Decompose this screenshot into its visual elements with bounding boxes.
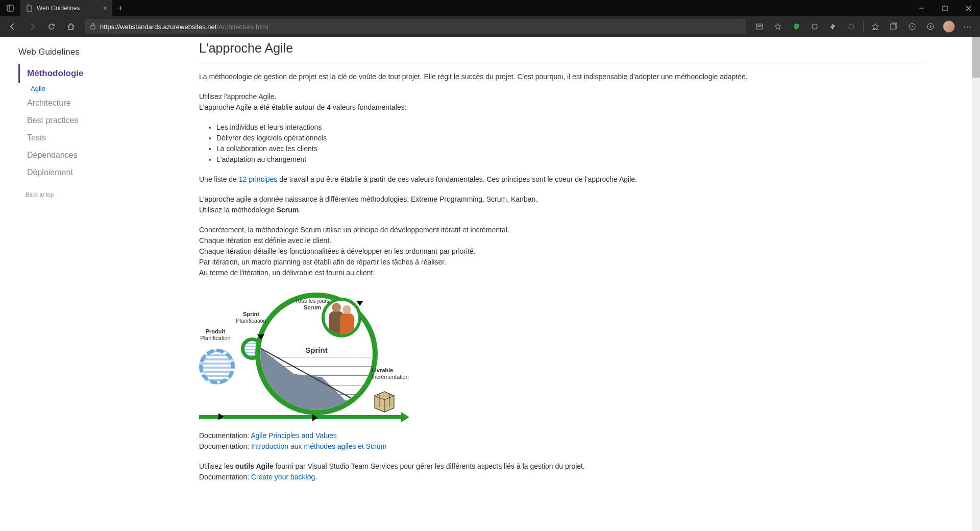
principles-link[interactable]: 12 principes: [239, 175, 278, 183]
close-tab-icon[interactable]: ×: [103, 4, 107, 12]
home-button[interactable]: [62, 18, 80, 35]
list-item: Les individus et leurs interactions: [216, 122, 924, 133]
nav-sub-agile[interactable]: Agile: [18, 83, 143, 94]
sprint-center-label: Sprint: [305, 346, 327, 354]
intro-text: La méthodologie de gestion de projet est…: [199, 71, 924, 82]
lock-icon: [90, 22, 96, 31]
product-backlog-circle: [199, 349, 235, 384]
doc-line-2: Documentation: Introduction aux méthodes…: [199, 441, 924, 452]
doc-link-3[interactable]: Create your backlog.: [251, 473, 317, 481]
doc-line-1: Documentation: Agile Principles and Valu…: [199, 430, 924, 441]
new-tab-button[interactable]: +: [112, 4, 129, 13]
nav-architecture[interactable]: Architecture: [18, 94, 143, 112]
outils-text: Utilisez les outils Agile fourni par Vis…: [199, 461, 924, 472]
url-text: https://webstandards.azurewebsites.net/A…: [100, 23, 268, 31]
sprint-plan-label: SprintPlanification: [236, 311, 266, 324]
window-controls: [910, 0, 980, 16]
ext-icon-1[interactable]: [806, 18, 823, 35]
favorite-icon[interactable]: [769, 18, 787, 35]
nav-methodologie[interactable]: Méthodologie: [18, 64, 143, 83]
svg-point-10: [812, 24, 817, 29]
ext-icon-3[interactable]: [843, 18, 860, 35]
scrum-diagram: Sprint Tous les joursScrum SprintPlanifi…: [199, 287, 408, 420]
scrollbar[interactable]: [972, 37, 980, 531]
nav-tests[interactable]: Tests: [18, 129, 143, 147]
profile-button[interactable]: [940, 18, 958, 35]
tab-bar: Web Guidelines × +: [0, 0, 980, 16]
minimize-button[interactable]: [910, 0, 933, 16]
sidebar: Web Guidelines Méthodologie Agile Archit…: [0, 37, 143, 531]
favorites-bar-icon[interactable]: [867, 18, 884, 35]
product-plan-label: ProduitPlanification: [200, 328, 231, 342]
sidebar-title: Web Guidelines: [18, 47, 143, 57]
page-title: L'approche Agile: [199, 41, 924, 56]
list-item: Délivrer des logiciels opérationnels: [216, 133, 924, 143]
list-item: La collaboration avec les clients: [216, 143, 924, 154]
address-bar[interactable]: https://webstandards.azurewebsites.net/A…: [85, 19, 746, 34]
values-list: Les individus et leurs interactions Déli…: [216, 122, 924, 165]
refresh-button[interactable]: [43, 18, 60, 35]
scrollbar-thumb[interactable]: [972, 37, 980, 78]
svg-rect-0: [7, 5, 13, 11]
maximize-button[interactable]: [933, 0, 957, 16]
forward-button[interactable]: [23, 18, 41, 35]
browser-toolbar: https://webstandards.azurewebsites.net/A…: [0, 16, 980, 37]
back-button[interactable]: [4, 18, 21, 35]
browser-chrome: Web Guidelines × + https://webstandards.…: [0, 0, 980, 37]
daily-label: Tous les joursScrum: [292, 298, 333, 311]
deliverable-label: LivrableIncrémentation: [372, 367, 412, 380]
doc-line-3: Documentation: Create your backlog.: [199, 472, 924, 482]
nav-deploiement[interactable]: Déploiement: [18, 164, 143, 181]
menu-button[interactable]: ⋯: [959, 18, 976, 35]
deliverable-box-icon: [371, 389, 398, 413]
tab-actions-icon[interactable]: [0, 5, 20, 12]
svg-rect-6: [91, 26, 95, 29]
nav-best-practices[interactable]: Best practices: [18, 112, 143, 129]
avatar: [943, 20, 955, 33]
close-window-button[interactable]: [957, 0, 980, 16]
collections-icon[interactable]: [885, 18, 902, 35]
svg-point-11: [849, 24, 854, 29]
svg-rect-3: [943, 6, 947, 11]
list-item: L'adaptation au changement: [216, 154, 924, 165]
reader-icon[interactable]: [751, 18, 768, 35]
history-icon[interactable]: [903, 18, 921, 35]
back-to-top-link[interactable]: Back to top: [18, 191, 143, 198]
nav-dependances[interactable]: Dépendances: [18, 147, 143, 164]
divider: [199, 62, 924, 62]
shield-icon[interactable]: [788, 18, 805, 35]
doc-link-1[interactable]: Agile Principles and Values: [251, 431, 337, 440]
svg-rect-13: [891, 24, 896, 29]
principles-text: Une liste de 12 principes de travail a p…: [199, 174, 924, 185]
agile-values-intro: Utilisez l'approche Agile. L'approche Ag…: [199, 91, 924, 113]
main-content: L'approche Agile La méthodologie de gest…: [143, 37, 980, 531]
methodologies-text: L'approche agile a donnée naissance à di…: [199, 194, 924, 215]
tab-title: Web Guidelines: [37, 5, 80, 12]
toolbar-right: ⋯: [751, 18, 976, 35]
separator: [863, 21, 864, 32]
downloads-icon[interactable]: [922, 18, 939, 35]
page: Web Guidelines Méthodologie Agile Archit…: [0, 37, 980, 531]
ext-icon-2[interactable]: [824, 18, 842, 35]
page-icon: [26, 5, 33, 12]
browser-tab[interactable]: Web Guidelines ×: [20, 0, 112, 16]
scrum-description: Concrètement, la méthodologie Scrum util…: [199, 225, 924, 278]
doc-link-2[interactable]: Introduction aux méthodes agiles et Scru…: [251, 442, 386, 450]
